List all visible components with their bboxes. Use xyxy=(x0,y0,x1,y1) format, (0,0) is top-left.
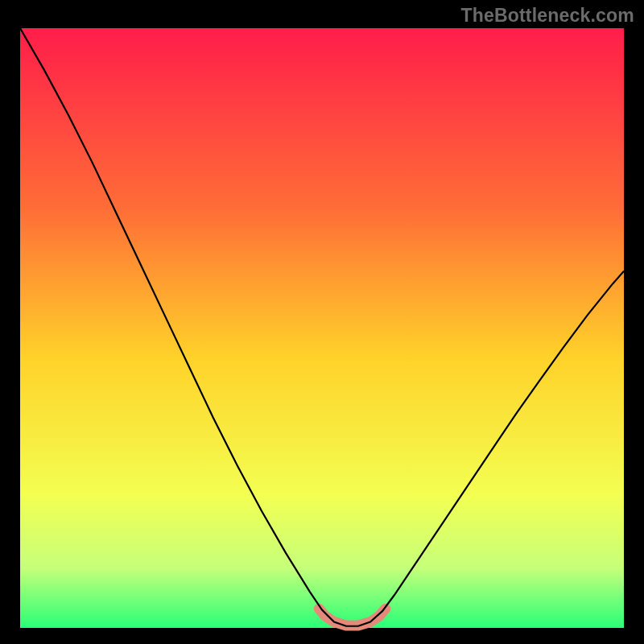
chart-frame: TheBottleneck.com xyxy=(0,0,644,644)
bottleneck-chart xyxy=(0,0,644,644)
plot-background xyxy=(20,28,624,628)
watermark-text: TheBottleneck.com xyxy=(460,5,634,27)
